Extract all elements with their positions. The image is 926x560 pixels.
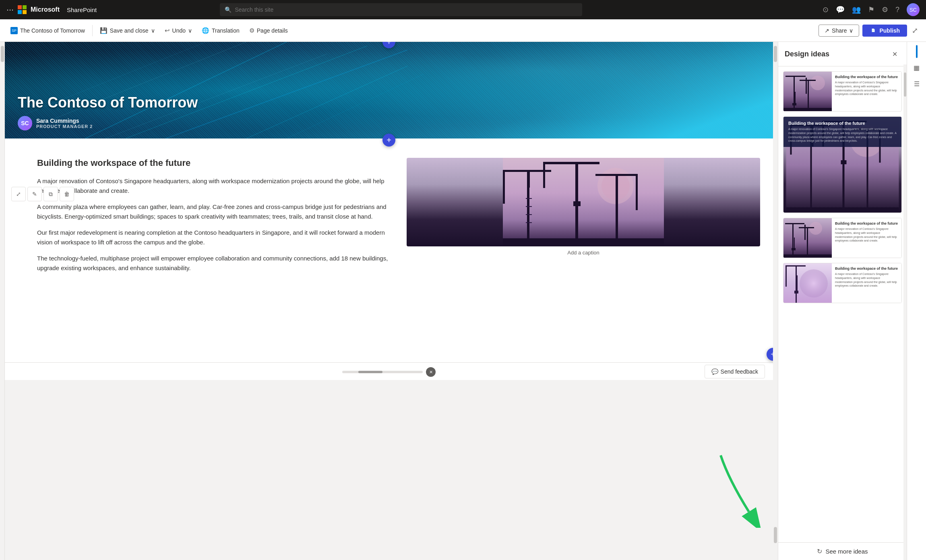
svg-rect-60 — [794, 238, 795, 249]
editor-right-scrollbar[interactable] — [773, 42, 778, 560]
publish-page-icon: 📄 — [870, 27, 877, 34]
close-scroll-button[interactable]: ✕ — [426, 367, 436, 377]
svg-rect-23 — [503, 238, 664, 246]
svg-rect-56 — [785, 223, 804, 224]
search-input[interactable] — [235, 6, 577, 13]
microsoft-logo[interactable] — [18, 5, 27, 14]
hero-author-info: Sara Cummings PRODUCT MANAGER 2 — [36, 118, 93, 129]
user-avatar[interactable]: SC — [907, 3, 920, 16]
page-details-button[interactable]: ⚙ Page details — [245, 25, 292, 37]
copy-tool-button[interactable]: ⧉ — [43, 187, 58, 201]
app-name[interactable]: SharePoint — [67, 6, 97, 13]
svg-rect-22 — [573, 201, 581, 206]
svg-rect-52 — [786, 207, 899, 213]
scrollbar-track — [773, 42, 778, 560]
translation-button[interactable]: 🌐 Translation — [198, 25, 244, 37]
editor-pane: + The Con — [5, 42, 773, 560]
side-settings-icon[interactable]: ☰ — [910, 77, 923, 90]
svg-rect-27 — [526, 222, 532, 223]
share-chevron-icon[interactable]: ∨ — [849, 27, 853, 34]
share-icon: ↗ — [825, 27, 829, 34]
move-tool-button[interactable]: ⤢ — [11, 187, 26, 201]
ms-logo-yellow — [23, 10, 27, 14]
publish-button[interactable]: 📄 Publish — [862, 25, 907, 37]
side-layout-icon[interactable]: ▦ — [910, 61, 923, 74]
svg-rect-68 — [797, 275, 798, 291]
svg-rect-36 — [792, 103, 796, 105]
svg-rect-62 — [783, 254, 832, 258]
toolbar-right: ↗ Share ∨ 📄 Publish ⤢ — [819, 25, 920, 37]
design-card-3[interactable]: Building the workspace of the future A m… — [783, 218, 902, 258]
card-2-title: Building the workspace of the future — [788, 121, 897, 126]
scroll-track[interactable] — [342, 371, 423, 373]
svg-point-29 — [810, 76, 825, 90]
design-panel-header: Design ideas ✕ — [778, 42, 907, 66]
page-toolbar: SP The Contoso of Tomorrow 💾 Save and cl… — [0, 19, 926, 42]
add-section-middle-button[interactable]: + — [382, 134, 395, 147]
share-button[interactable]: ↗ Share ∨ — [819, 25, 859, 37]
svg-rect-69 — [794, 291, 798, 293]
svg-rect-31 — [785, 76, 806, 77]
delete-tool-button[interactable]: 🗑 — [60, 187, 74, 201]
bottom-bar: ✕ 💬 Send feedback — [5, 362, 773, 380]
svg-rect-34 — [800, 80, 816, 81]
svg-rect-19 — [595, 174, 636, 176]
add-section-bottom-wrapper: + — [5, 346, 773, 362]
see-more-row[interactable]: ↻ See more ideas — [778, 542, 907, 560]
svg-rect-24 — [526, 198, 532, 199]
crane-svg — [407, 158, 760, 246]
save-close-button[interactable]: 💾 Save and close ∨ — [96, 25, 159, 37]
close-design-panel-button[interactable]: ✕ — [889, 48, 900, 60]
image-caption[interactable]: Add a caption — [407, 250, 760, 256]
card-4-body: A major renovation of Contoso's Singapor… — [835, 272, 898, 288]
card-4-content: Building the workspace of the future A m… — [832, 263, 901, 303]
add-section-bottom-button[interactable]: + — [767, 348, 773, 361]
content-title: Building the workspace of the future — [37, 158, 391, 168]
svg-line-5 — [246, 66, 407, 138]
settings-icon[interactable]: ⚙ — [882, 5, 888, 14]
svg-rect-58 — [807, 227, 808, 258]
card-3-crane-svg — [783, 218, 832, 258]
svg-rect-20 — [636, 174, 638, 210]
scrollbar-thumb-bottom[interactable] — [774, 527, 777, 543]
people-icon[interactable]: 👥 — [852, 5, 861, 14]
side-icons-panel: ▦ ☰ — [907, 42, 926, 560]
search-bar[interactable]: 🔍 — [220, 3, 582, 16]
org-icon[interactable]: ⊙ — [823, 5, 829, 14]
undo-button[interactable]: ↩ Undo ∨ — [161, 25, 196, 37]
editor-scrollbar[interactable] — [0, 42, 5, 560]
see-more-button[interactable]: ↻ See more ideas — [817, 548, 868, 555]
waffle-icon[interactable]: ⋯ — [6, 5, 14, 14]
card-3-body: A major renovation of Contoso's Singapor… — [835, 227, 898, 243]
panel-scrollbar[interactable] — [903, 64, 907, 560]
card-3-title: Building the workspace of the future — [835, 221, 898, 225]
svg-rect-66 — [785, 265, 806, 267]
undo-icon: ↩ — [165, 27, 170, 34]
flag-icon[interactable]: ⚑ — [868, 5, 874, 14]
content-image[interactable] — [407, 158, 760, 246]
collapse-icon[interactable]: ⤢ — [910, 26, 920, 35]
chat-icon[interactable]: 💬 — [836, 5, 845, 14]
save-icon: 💾 — [100, 27, 107, 34]
scrollbar-thumb[interactable] — [774, 46, 777, 62]
save-chevron-icon[interactable]: ∨ — [151, 27, 155, 34]
content-left-column: Building the workspace of the future A m… — [37, 158, 391, 333]
send-feedback-button[interactable]: 💬 Send feedback — [705, 365, 765, 378]
content-right-column: Add a caption — [407, 158, 760, 333]
undo-chevron-icon[interactable]: ∨ — [188, 27, 192, 34]
scroll-indicator: ✕ — [342, 367, 436, 377]
page-container: + The Con — [5, 42, 773, 362]
design-card-1[interactable]: Building the workspace of the future A m… — [783, 71, 902, 112]
design-card-2[interactable]: Building the workspace of the future A m… — [783, 116, 902, 213]
card-3-content: Building the workspace of the future A m… — [832, 218, 901, 258]
section-toolbar: ⤢ ✎ ⧉ 🗑 — [11, 187, 74, 201]
active-panel-indicator — [916, 45, 918, 58]
editor-scroll-thumb[interactable] — [1, 46, 4, 62]
hero-author: SC Sara Cummings PRODUCT MANAGER 2 — [18, 116, 198, 130]
help-icon[interactable]: ? — [895, 6, 899, 14]
panel-scroll-thumb[interactable] — [904, 72, 906, 97]
card-3-image — [783, 218, 832, 258]
edit-tool-button[interactable]: ✎ — [27, 187, 42, 201]
content-paragraph-3: Our first major redevelopment is nearing… — [37, 228, 391, 247]
design-card-4[interactable]: Building the workspace of the future A m… — [783, 263, 902, 303]
